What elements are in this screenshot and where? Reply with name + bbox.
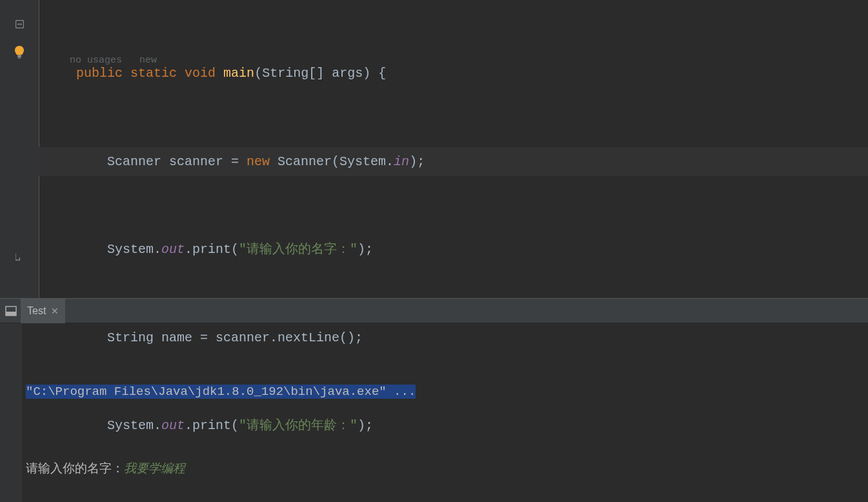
svg-rect-3 <box>18 57 21 59</box>
code-line[interactable]: int age =scanner.nextInt(); <box>39 499 868 503</box>
code-editor[interactable]: no usages new public static void main(St… <box>0 0 868 298</box>
svg-rect-2 <box>17 55 21 57</box>
code-line[interactable]: System.out.print("请输入你的年龄："); <box>39 411 868 441</box>
code-line[interactable]: no usages new public static void main(St… <box>39 59 868 88</box>
lightbulb-icon[interactable] <box>14 50 25 63</box>
console-gutter <box>0 323 22 502</box>
editor-gutter <box>0 0 39 298</box>
fold-end-icon[interactable] <box>15 253 24 262</box>
code-content[interactable]: no usages new public static void main(St… <box>39 0 868 298</box>
code-line[interactable]: String name = scanner.nextLine(); <box>39 323 868 353</box>
code-line-current[interactable]: Scanner scanner = new Scanner(System.in)… <box>39 147 868 177</box>
fold-minus-icon[interactable] <box>15 19 24 28</box>
svg-rect-5 <box>6 312 16 316</box>
layout-icon[interactable] <box>5 306 17 316</box>
code-line[interactable]: System.out.print("请输入你的名字："); <box>39 235 868 265</box>
usage-hint: no usages new <box>70 46 157 75</box>
